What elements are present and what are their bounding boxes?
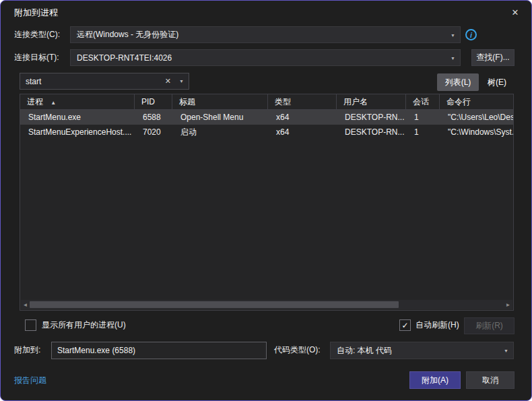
tree-view-button[interactable]: 树(E): [481, 73, 513, 91]
find-button[interactable]: 查找(F)...: [471, 49, 514, 66]
check-icon: ✓: [401, 321, 408, 330]
table-row[interactable]: StartMenu.exe 6588 Open-Shell Menu x64 D…: [20, 110, 513, 125]
scroll-left-icon[interactable]: ◄: [21, 302, 30, 308]
code-type-value: 自动: 本机 代码: [337, 345, 392, 357]
process-search-input[interactable]: start ✕ ▼: [20, 73, 189, 90]
chevron-down-icon: ▼: [451, 55, 455, 60]
column-header-type[interactable]: 类型: [268, 94, 337, 109]
scroll-right-icon[interactable]: ►: [504, 302, 512, 308]
column-header-title[interactable]: 标题: [172, 94, 268, 109]
search-value: start: [26, 77, 41, 86]
close-button[interactable]: ✕: [507, 5, 523, 20]
column-header-cmdline[interactable]: 命令行: [440, 94, 513, 109]
search-dropdown-icon[interactable]: ▼: [179, 79, 184, 84]
show-all-processes-checkbox[interactable]: [25, 319, 36, 331]
report-problem-link[interactable]: 报告问题: [14, 375, 46, 386]
chevron-down-icon: ▼: [451, 32, 455, 37]
cancel-button[interactable]: 取消: [466, 371, 514, 389]
connection-type-select[interactable]: 远程(Windows - 无身份验证) ▼: [70, 26, 461, 43]
column-header-process[interactable]: 进程 ▲: [20, 94, 135, 109]
sort-ascending-icon: ▲: [51, 100, 56, 106]
list-view-button[interactable]: 列表(L): [437, 73, 479, 91]
close-icon: ✕: [512, 7, 519, 18]
column-header-pid[interactable]: PID: [135, 94, 172, 109]
table-row[interactable]: StartMenuExperienceHost.... 7020 启动 x64 …: [20, 125, 513, 140]
auto-refresh-label[interactable]: 自动刷新(H): [415, 319, 459, 331]
connection-target-label: 连接目标(T):: [14, 49, 59, 66]
connection-type-value: 远程(Windows - 无身份验证): [77, 29, 178, 40]
code-type-label: 代码类型(O):: [274, 342, 321, 359]
attach-button[interactable]: 附加(A): [409, 371, 461, 389]
attach-to-label: 附加到:: [14, 342, 40, 359]
column-header-session[interactable]: 会话: [406, 94, 440, 109]
scrollbar-thumb[interactable]: [30, 301, 399, 308]
chevron-down-icon: ▼: [504, 348, 508, 353]
process-table: 进程 ▲ PID 标题 类型 用户名 会话 命令行 StartMenu.exe …: [20, 94, 514, 311]
connection-type-label: 连接类型(C):: [14, 26, 60, 43]
info-icon[interactable]: i: [465, 29, 477, 40]
attach-to-process-dialog: 附加到进程 ✕ 连接类型(C): 远程(Windows - 无身份验证) ▼ i…: [0, 0, 532, 401]
connection-target-value: DESKTOP-RNT4TEI:4026: [77, 53, 172, 63]
horizontal-scrollbar[interactable]: ◄ ►: [21, 300, 512, 309]
dialog-title: 附加到进程: [14, 7, 58, 19]
refresh-button: 刷新(R): [464, 317, 514, 334]
connection-target-select[interactable]: DESKTOP-RNT4TEI:4026 ▼: [70, 49, 461, 66]
attach-to-field[interactable]: StartMenu.exe (6588): [51, 342, 267, 359]
clear-search-icon[interactable]: ✕: [165, 77, 171, 86]
show-all-processes-label[interactable]: 显示所有用户的进程(U): [42, 319, 126, 331]
auto-refresh-checkbox[interactable]: ✓: [399, 319, 411, 331]
column-header-user[interactable]: 用户名: [337, 94, 406, 109]
code-type-select[interactable]: 自动: 本机 代码 ▼: [330, 342, 514, 359]
table-header: 进程 ▲ PID 标题 类型 用户名 会话 命令行: [20, 94, 513, 110]
